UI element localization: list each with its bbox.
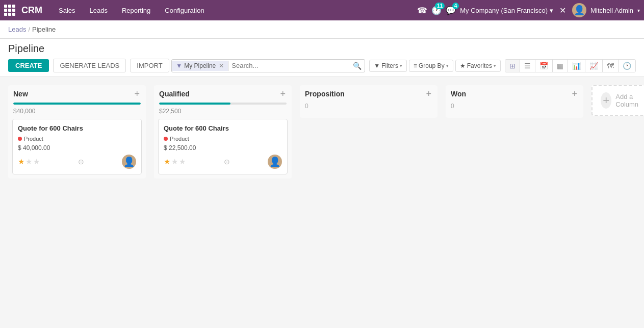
add-column-label: Add a Column xyxy=(615,93,643,108)
column-header-proposition: Proposition + xyxy=(300,85,437,103)
menu-item-sales[interactable]: Sales xyxy=(53,5,82,16)
groupby-icon: ≡ xyxy=(414,62,417,69)
create-button[interactable]: CREATE xyxy=(8,59,49,72)
card-menu-icon[interactable]: ⊙ xyxy=(224,158,230,166)
avatar: 👤 xyxy=(122,155,136,169)
column-amount-new: $40,000 xyxy=(8,108,146,119)
tag-dot xyxy=(18,137,22,141)
cards-qualified: Quote for 600 Chairs Product $ 22,500.00… xyxy=(154,119,292,179)
filter-chip-label: My Pipeline xyxy=(184,62,216,69)
column-count-won: 0 xyxy=(446,103,583,114)
cards-new: Quote for 600 Chairs Product $ 40,000.00… xyxy=(8,119,146,179)
filter-icon: ▼ xyxy=(374,62,380,69)
menu-item-configuration[interactable]: Configuration xyxy=(159,5,210,16)
card-amount: $ 40,000.00 xyxy=(18,144,136,152)
tag-dot xyxy=(164,137,168,141)
star-2[interactable]: ★ xyxy=(171,157,178,166)
phone-icon[interactable]: ☎ xyxy=(417,6,427,15)
navbar-right: ☎ 🕐 11 💬 4 My Company (San Francisco) ▾ … xyxy=(417,3,640,17)
bar-chart-view-button[interactable]: 📊 xyxy=(568,60,585,72)
card-tag: Product xyxy=(164,136,189,142)
card-amount: $ 22,500.00 xyxy=(164,144,282,152)
progress-bar-qualified xyxy=(159,103,287,105)
column-header-won: Won + xyxy=(446,85,583,103)
star-3[interactable]: ★ xyxy=(33,157,40,166)
card-footer: ★ ★ ★ ⊙ 👤 xyxy=(164,155,282,169)
card-menu-icon[interactable]: ⊙ xyxy=(78,158,84,166)
progress-bar-new xyxy=(13,103,141,105)
kanban-board: New + $40,000 Quote for 600 Chairs Produ… xyxy=(0,77,644,187)
column-amount-qualified: $22,500 xyxy=(154,108,292,119)
activity-badge: 11 xyxy=(435,3,445,9)
activity-icon[interactable]: 🕐 11 xyxy=(431,6,442,15)
card-footer: ★ ★ ★ ⊙ 👤 xyxy=(18,155,136,169)
star-rating: ★ ★ ★ xyxy=(164,157,186,166)
view-icons: ⊞ ☰ 📅 ▦ 📊 📈 🗺 🕐 xyxy=(505,59,636,72)
star-1[interactable]: ★ xyxy=(164,157,170,166)
calendar-view-button[interactable]: 📅 xyxy=(535,60,553,72)
table-view-button[interactable]: ▦ xyxy=(553,60,568,72)
column-title-won: Won xyxy=(451,90,466,98)
table-row[interactable]: Quote for 600 Chairs Product $ 40,000.00… xyxy=(12,119,142,174)
progress-fill-qualified xyxy=(159,103,230,105)
column-add-won[interactable]: + xyxy=(571,89,578,98)
add-column-plus-icon: + xyxy=(601,92,611,109)
map-view-button[interactable]: 🗺 xyxy=(603,60,619,72)
tag-label: Product xyxy=(24,136,43,142)
kanban-column-won: Won + 0 xyxy=(446,85,583,118)
search-bar: ▼ My Pipeline ✕ 🔍 xyxy=(171,59,365,72)
star-1[interactable]: ★ xyxy=(18,157,24,166)
page-title: Pipeline xyxy=(8,43,636,55)
brand-logo[interactable]: CRM xyxy=(21,5,42,16)
user-name[interactable]: Mitchell Admin xyxy=(590,7,633,14)
card-tag: Product xyxy=(18,136,43,142)
star-2[interactable]: ★ xyxy=(25,157,32,166)
messages-icon[interactable]: 💬 4 xyxy=(446,6,456,15)
column-title-new: New xyxy=(13,90,28,98)
company-selector[interactable]: My Company (San Francisco) ▾ xyxy=(460,7,553,14)
group-by-button[interactable]: ≡ Group By ▾ xyxy=(409,60,453,72)
breadcrumb-current: Pipeline xyxy=(32,26,56,33)
column-add-qualified[interactable]: + xyxy=(279,89,287,98)
left-actions: CREATE GENERATE LEADS IMPORT xyxy=(8,59,169,72)
kanban-column-proposition: Proposition + 0 xyxy=(300,85,437,118)
table-row[interactable]: Quote for 600 Chairs Product $ 22,500.00… xyxy=(158,119,288,174)
tag-label: Product xyxy=(170,136,189,142)
search-submit-icon[interactable]: 🔍 xyxy=(350,60,365,72)
search-input[interactable] xyxy=(228,60,350,71)
favorites-button[interactable]: ★ Favorites ▾ xyxy=(455,60,501,72)
column-title-proposition: Proposition xyxy=(305,90,345,98)
card-title: Quote for 600 Chairs xyxy=(18,124,136,132)
user-chevron[interactable]: ▾ xyxy=(637,8,640,13)
main-menu: Sales Leads Reporting Configuration xyxy=(53,5,211,16)
right-actions: ▼ My Pipeline ✕ 🔍 ▼ Filters ▾ ≡ Group By… xyxy=(171,59,636,72)
cards-won xyxy=(446,114,583,118)
avatar: 👤 xyxy=(572,3,586,17)
page-actions-row: CREATE GENERATE LEADS IMPORT ▼ My Pipeli… xyxy=(8,59,636,77)
menu-item-leads[interactable]: Leads xyxy=(84,5,114,16)
star-3[interactable]: ★ xyxy=(179,157,186,166)
import-button[interactable]: IMPORT xyxy=(130,59,169,72)
kanban-view-button[interactable]: ⊞ xyxy=(505,60,520,72)
clock-view-button[interactable]: 🕐 xyxy=(619,60,635,72)
column-count-proposition: 0 xyxy=(300,103,437,114)
generate-leads-button[interactable]: GENERATE LEADS xyxy=(53,59,126,72)
chip-close-icon[interactable]: ✕ xyxy=(219,62,224,69)
add-column-button[interactable]: + Add a Column xyxy=(591,85,644,116)
card-title: Quote for 600 Chairs xyxy=(164,124,282,132)
cards-proposition xyxy=(300,114,437,118)
column-header-new: New + xyxy=(8,85,146,103)
close-icon[interactable]: ✕ xyxy=(557,6,568,15)
star-rating: ★ ★ ★ xyxy=(18,157,40,166)
funnel-icon: ▼ xyxy=(176,62,182,69)
list-view-button[interactable]: ☰ xyxy=(520,60,535,72)
line-chart-view-button[interactable]: 📈 xyxy=(585,60,603,72)
apps-icon[interactable] xyxy=(4,5,15,16)
kanban-column-new: New + $40,000 Quote for 600 Chairs Produ… xyxy=(8,85,146,179)
filters-button[interactable]: ▼ Filters ▾ xyxy=(369,60,407,72)
menu-item-reporting[interactable]: Reporting xyxy=(116,5,157,16)
breadcrumb-parent[interactable]: Leads xyxy=(8,26,26,33)
column-add-new[interactable]: + xyxy=(133,89,141,98)
column-add-proposition[interactable]: + xyxy=(425,89,432,98)
column-header-qualified: Qualified + xyxy=(154,85,292,103)
